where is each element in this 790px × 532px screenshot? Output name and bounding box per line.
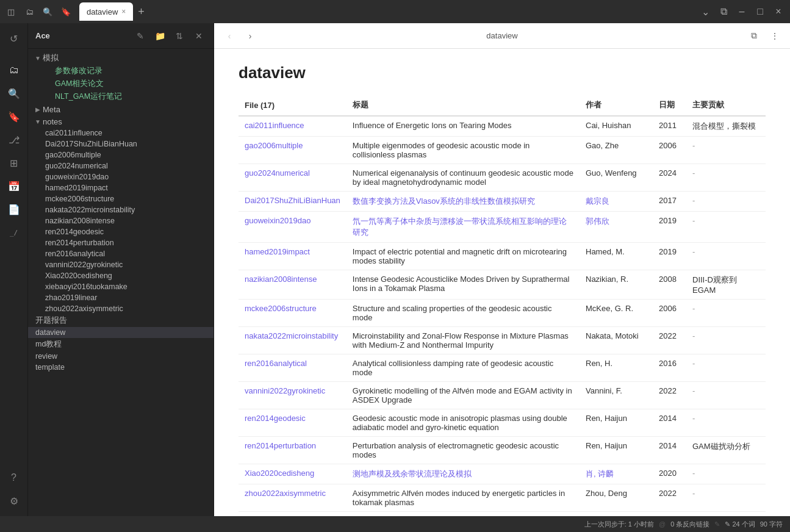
tree-item-guo2024[interactable]: guo2024numerical: [28, 160, 214, 171]
tree-item-xie2016[interactable]: xiebaoyi2016tuokamake: [28, 281, 214, 292]
blocks-nav-icon[interactable]: ⊞: [4, 153, 24, 173]
file-link[interactable]: Xiao2020cedisheng: [245, 469, 314, 478]
tree-item-gam-lunwen[interactable]: GAM相关论文: [28, 77, 214, 90]
cell-author: Zhao, Pengfei: [580, 512, 653, 517]
folder-arrow-meta: ▶: [33, 104, 43, 114]
cell-author: Cai, Huishan: [580, 116, 653, 137]
tab-close-icon[interactable]: ×: [121, 7, 126, 16]
new-folder-icon[interactable]: 📁: [153, 29, 167, 43]
split-view-icon[interactable]: ⧉: [717, 5, 730, 18]
tree-item-nakata[interactable]: nakata2022microinstability: [28, 204, 214, 215]
table-row: nazikian2008intenseIntense Geodesic Acou…: [239, 270, 766, 300]
file-link[interactable]: nakata2022microinstability: [245, 331, 338, 340]
table-row: Xiao2020cedisheng测地声模及残余带状流理论及模拟肖, 诗麟202…: [239, 464, 766, 484]
cell-date: 2024: [653, 164, 686, 192]
cell-contrib: 混合模型，撕裂模: [686, 116, 766, 137]
tree-item-template[interactable]: template: [28, 362, 214, 373]
help-nav-icon[interactable]: ?: [4, 467, 24, 488]
cell-contrib: -: [686, 212, 766, 243]
tree-item-nlt-gam[interactable]: NLT_GAM运行笔记: [28, 90, 214, 103]
sidebar-toggle-icon[interactable]: ◫: [5, 5, 17, 18]
tree-item-moni[interactable]: ▼ 模拟: [28, 51, 214, 65]
cell-date: 2022: [653, 382, 686, 409]
tree-item-mckee[interactable]: mckee2006structure: [28, 193, 214, 204]
tree-item-dai2017[interactable]: Dai2017ShuZhiLiBianHuan: [28, 138, 214, 149]
bookmark-icon[interactable]: 🔖: [60, 5, 72, 18]
tree-item-dataview[interactable]: dataview: [28, 327, 214, 338]
main-content: ‹ › dataview ⧉ ⋮ dataview File (17) 标题 作…: [214, 23, 790, 516]
cell-author: Vannini, F.: [580, 382, 653, 409]
terminal-nav-icon[interactable]: _/: [4, 222, 24, 243]
tree-item-mdjiao[interactable]: md教程: [28, 338, 214, 351]
cell-file: gao2006multiple: [239, 137, 347, 164]
cell-contrib: DIII-D观察到EGAM: [686, 270, 766, 300]
bookmark-nav-icon[interactable]: 🔖: [4, 106, 24, 127]
chevron-down-icon[interactable]: ⌄: [698, 5, 712, 18]
tree-item-meta[interactable]: ▶ Meta: [28, 103, 214, 115]
cell-contrib: -: [686, 484, 766, 512]
undo-icon[interactable]: ↺: [4, 28, 24, 49]
tree-item-nazikian[interactable]: nazikian2008intense: [28, 215, 214, 226]
content-nav-title: dataview: [263, 31, 741, 40]
cell-contrib: -: [686, 382, 766, 409]
forward-button[interactable]: ›: [242, 28, 258, 44]
collapse-all-icon[interactable]: ✕: [192, 29, 206, 43]
file-link[interactable]: gao2006multiple: [245, 141, 303, 150]
folder-nav-icon[interactable]: 🗂: [4, 60, 24, 81]
tree-item-ren2014g[interactable]: ren2014geodesic: [28, 226, 214, 237]
sort-icon[interactable]: ⇅: [172, 29, 187, 43]
tree-item-zhao2019[interactable]: zhao2019linear: [28, 292, 214, 303]
tree-item-hamed[interactable]: hamed2019impact: [28, 182, 214, 193]
folder-arrow-notes: ▼: [33, 117, 43, 126]
search-nav-icon[interactable]: 🔍: [4, 83, 24, 104]
pages-nav-icon[interactable]: 📄: [4, 199, 24, 220]
search-icon[interactable]: 🔍: [41, 5, 54, 18]
tree-item-canshu[interactable]: 参数修改记录: [28, 65, 214, 77]
file-link[interactable]: ren2014geodesic: [245, 414, 306, 423]
tree-item-vannini[interactable]: vannini2022gyrokinetic: [28, 259, 214, 270]
branch-nav-icon[interactable]: ⎇: [4, 129, 24, 150]
file-link[interactable]: mckee2006structure: [245, 304, 317, 313]
file-link[interactable]: ren2014perturbation: [245, 441, 316, 450]
file-link[interactable]: vannini2022gyrokinetic: [245, 386, 325, 395]
cell-file: zhao2019linear: [239, 512, 347, 517]
new-tab-button[interactable]: +: [138, 5, 145, 18]
char-count: 90 字符: [760, 520, 783, 529]
tree-item-guowei[interactable]: guoweixin2019dao: [28, 171, 214, 182]
back-button[interactable]: ‹: [221, 28, 237, 44]
minimize-button[interactable]: –: [735, 5, 749, 18]
new-note-icon[interactable]: ✎: [133, 29, 148, 43]
cell-file: hamed2019impact: [239, 243, 347, 270]
file-link[interactable]: hamed2019impact: [245, 247, 310, 256]
tree-item-xiao2020[interactable]: Xiao2020cedisheng: [28, 270, 214, 281]
file-link[interactable]: ren2016analytical: [245, 359, 307, 368]
tab-dataview[interactable]: dataview ×: [79, 2, 133, 21]
tree-item-ren2014p[interactable]: ren2014perturbation: [28, 237, 214, 248]
calendar-nav-icon[interactable]: 📅: [4, 176, 24, 196]
tree-item-notes[interactable]: ▼ notes: [28, 115, 214, 128]
tree-item-review[interactable]: review: [28, 351, 214, 362]
file-tree-content: ▼ 模拟 参数修改记录 GAM相关论文 NLT_GAM运行笔记 ▶ Meta: [28, 49, 214, 516]
file-link[interactable]: cai2011influence: [245, 121, 304, 130]
file-link[interactable]: zhou2022axisymmetric: [245, 489, 326, 498]
close-button[interactable]: ×: [772, 5, 785, 18]
file-link[interactable]: nazikian2008intense: [245, 275, 317, 284]
cell-author: Gao, Zhe: [580, 137, 653, 164]
tree-item-cai2011[interactable]: cai2011influence: [28, 128, 214, 138]
tree-item-gao2006[interactable]: gao2006multiple: [28, 149, 214, 160]
settings-nav-icon[interactable]: ⚙: [4, 491, 24, 511]
reading-view-icon[interactable]: ⧉: [746, 28, 762, 44]
more-options-icon[interactable]: ⋮: [767, 28, 783, 44]
file-link[interactable]: guoweixin2019dao: [245, 216, 311, 225]
file-link[interactable]: guo2024numerical: [245, 168, 310, 178]
tree-item-ren2016[interactable]: ren2016analytical: [28, 248, 214, 259]
file-link[interactable]: Dai2017ShuZhiLiBianHuan: [245, 196, 340, 205]
tree-item-zhou2022[interactable]: zhou2022axisymmetric: [28, 303, 214, 314]
tree-item-kaiti[interactable]: 开题报告: [28, 314, 214, 327]
col-header-contrib: 主要贡献: [686, 95, 766, 116]
folder-icon[interactable]: 🗂: [23, 5, 35, 18]
table-row: zhao2019linearLinear gyrokinetic simulat…: [239, 512, 766, 517]
cell-date: 2006: [653, 300, 686, 327]
cell-author: Ren, Haijun: [580, 409, 653, 437]
maximize-button[interactable]: □: [753, 5, 767, 18]
